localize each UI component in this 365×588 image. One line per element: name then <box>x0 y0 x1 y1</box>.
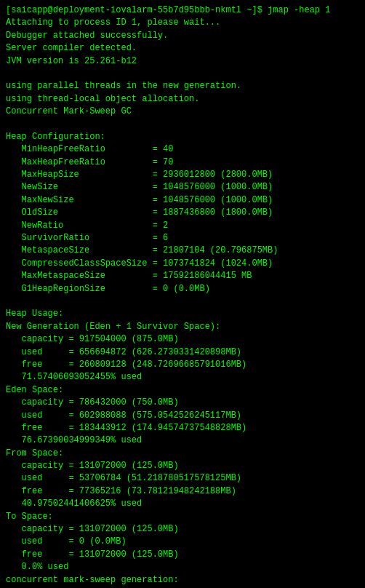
terminal-line: 40.97502441406625% used <box>6 498 359 510</box>
terminal-line: free = 77365216 (73.78121948242188MB) <box>6 485 359 498</box>
terminal-line: used = 53706784 (51.218780517578125MB) <box>6 472 359 485</box>
terminal-line: NewSize = 1048576000 (1000.0MB) <box>6 181 359 194</box>
terminal-line: Heap Configuration: <box>6 131 359 143</box>
terminal-line: MaxHeapFreeRatio = 70 <box>6 156 359 169</box>
terminal-line: free = 260809128 (248.72696685791016MB) <box>6 359 359 371</box>
terminal-line: used = 602988088 (575.0542526245117MB) <box>6 410 359 422</box>
terminal-line: MaxNewSize = 1048576000 (1000.0MB) <box>6 194 359 207</box>
terminal-line: From Space: <box>6 448 359 460</box>
terminal-line <box>6 295 359 308</box>
terminal-line: capacity = 131072000 (125.0MB) <box>6 523 359 536</box>
terminal-line: CompressedClassSpaceSize = 1073741824 (1… <box>6 258 359 270</box>
terminal-output: [saicapp@deployment-iovalarm-55b7d95bbb-… <box>6 4 359 588</box>
terminal-line <box>6 119 359 131</box>
terminal-line: SurvivorRatio = 6 <box>6 232 359 245</box>
terminal-line: free = 131072000 (125.0MB) <box>6 549 359 561</box>
terminal-line: NewRatio = 2 <box>6 220 359 232</box>
terminal-line: using thread-local object allocation. <box>6 93 359 106</box>
terminal-line: Server compiler detected. <box>6 42 359 55</box>
terminal-line: used = 0 (0.0MB) <box>6 536 359 548</box>
terminal-line: capacity = 786432000 (750.0MB) <box>6 397 359 409</box>
terminal-line: 0.0% used <box>6 561 359 573</box>
terminal-line: JVM version is 25.261-b12 <box>6 55 359 68</box>
terminal-line: New Generation (Eden + 1 Survivor Space)… <box>6 321 359 333</box>
terminal-line <box>6 68 359 80</box>
terminal-line: OldSize = 1887436800 (1800.0MB) <box>6 207 359 219</box>
terminal-line: G1HeapRegionSize = 0 (0.0MB) <box>6 283 359 295</box>
terminal-line: 76.67390034999349% used <box>6 434 359 447</box>
terminal-line: concurrent mark-sweep generation: <box>6 574 359 587</box>
terminal-line: To Space: <box>6 511 359 523</box>
terminal-line: Attaching to process ID 1, please wait..… <box>6 17 359 29</box>
terminal-line: Eden Space: <box>6 384 359 397</box>
terminal-line: Heap Usage: <box>6 308 359 320</box>
terminal-line: used = 656694872 (626.2730331420898MB) <box>6 346 359 359</box>
terminal-line: 71.57406093052455% used <box>6 371 359 384</box>
terminal-line: [saicapp@deployment-iovalarm-55b7d95bbb-… <box>6 4 359 17</box>
terminal-line: Debugger attached successfully. <box>6 30 359 42</box>
terminal-line: MinHeapFreeRatio = 40 <box>6 143 359 156</box>
terminal-line: free = 183443912 (174.94574737548828MB) <box>6 422 359 434</box>
terminal-line: Concurrent Mark-Sweep GC <box>6 106 359 118</box>
terminal-line: MaxHeapSize = 2936012800 (2800.0MB) <box>6 169 359 181</box>
terminal-line: using parallel threads in the new genera… <box>6 80 359 92</box>
terminal-line: MetaspaceSize = 21807104 (20.796875MB) <box>6 245 359 257</box>
terminal-line: capacity = 917504000 (875.0MB) <box>6 333 359 346</box>
terminal-line: capacity = 131072000 (125.0MB) <box>6 460 359 472</box>
terminal-line: MaxMetaspaceSize = 17592186044415 MB <box>6 270 359 282</box>
